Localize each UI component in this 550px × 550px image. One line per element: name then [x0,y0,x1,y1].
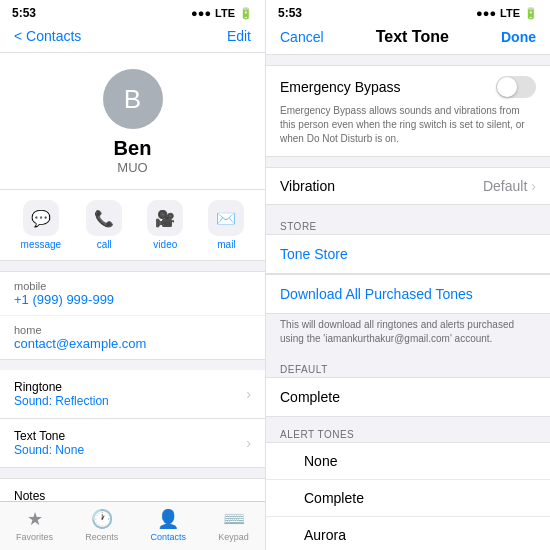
emergency-bypass-section: Emergency Bypass Emergency Bypass allows… [266,65,550,157]
page-title: Text Tone [376,28,449,46]
mobile-value[interactable]: +1 (999) 999-999 [14,292,251,307]
tab-keypad[interactable]: ⌨️ Keypad [218,508,249,542]
info-section: mobile +1 (999) 999-999 home contact@exa… [0,271,265,360]
battery-icon: 🔋 [239,7,253,20]
bypass-toggle[interactable] [496,76,536,98]
contact-name: Ben [114,137,152,160]
video-label: video [153,239,177,250]
call-label: call [97,239,112,250]
r-lte-icon: LTE [500,7,520,19]
contact-subtitle: MUO [117,160,147,175]
text-tone-label: Text Tone [14,429,84,443]
right-panel: 5:53 ●●● LTE 🔋 Cancel Text Tone Done Eme… [265,0,550,550]
mobile-row: mobile +1 (999) 999-999 [0,272,265,316]
text-tone-chevron: › [246,435,251,451]
lte-icon: LTE [215,7,235,19]
ringtone-label: Ringtone [14,380,109,394]
left-status-bar: 5:53 ●●● LTE 🔋 [0,0,265,24]
default-header: DEFAULT [266,358,550,377]
keypad-icon: ⌨️ [223,508,245,530]
mobile-label: mobile [14,280,251,292]
store-section: STORE Tone Store Download All Purchased … [266,215,550,352]
email-value[interactable]: contact@example.com [14,336,251,351]
signal-icon: ●●● [191,7,211,19]
default-section: DEFAULT Complete [266,358,550,417]
alert-none-row[interactable]: None [266,442,550,479]
ringtone-row[interactable]: Ringtone Sound: Reflection › [0,370,265,419]
ringtone-value: Sound: Reflection [14,394,109,408]
keypad-label: Keypad [218,532,249,542]
vibration-row[interactable]: Vibration Default › [266,167,550,205]
alert-section: ALERT TONES None Complete Aurora Bamboo … [266,423,550,550]
home-row: home contact@example.com [0,316,265,359]
text-tone-value: Sound: None [14,443,84,457]
tab-recents[interactable]: 🕐 Recents [85,508,118,542]
tone-store-link[interactable]: Tone Store [280,246,348,262]
message-icon: 💬 [23,200,59,236]
r-battery-icon: 🔋 [524,7,538,20]
tone-store-row[interactable]: Tone Store [266,234,550,274]
home-label: home [14,324,251,336]
tab-contacts[interactable]: 👤 Contacts [151,508,187,542]
edit-button[interactable]: Edit [227,28,251,44]
complete-tone: Complete [304,490,364,506]
left-panel: 5:53 ●●● LTE 🔋 < Contacts Edit B Ben MUO… [0,0,265,550]
tab-favorites[interactable]: ★ Favorites [16,508,53,542]
recents-label: Recents [85,532,118,542]
bypass-label: Emergency Bypass [280,79,401,95]
alert-complete-row[interactable]: Complete [266,479,550,516]
contacts-icon: 👤 [157,508,179,530]
right-status-icons: ●●● LTE 🔋 [476,7,538,20]
left-time: 5:53 [12,6,36,20]
contacts-label: Contacts [151,532,187,542]
download-description: This will download all ringtones and ale… [266,314,550,352]
avatar: B [103,69,163,129]
recents-icon: 🕐 [91,508,113,530]
call-icon: 📞 [86,200,122,236]
vibration-chevron: › [531,178,536,194]
none-tone: None [304,453,337,469]
r-signal-icon: ●●● [476,7,496,19]
back-button[interactable]: < Contacts [14,28,81,44]
favorites-icon: ★ [27,508,43,530]
video-icon: 🎥 [147,200,183,236]
toggle-knob [497,77,517,97]
download-all-link[interactable]: Download All Purchased Tones [280,286,473,302]
bypass-description: Emergency Bypass allows sounds and vibra… [280,104,536,146]
contact-header: B Ben MUO [0,53,265,190]
vibration-value: Default › [483,178,536,194]
left-nav-bar: < Contacts Edit [0,24,265,53]
download-all-row[interactable]: Download All Purchased Tones [266,274,550,314]
mail-label: mail [217,239,235,250]
cancel-button[interactable]: Cancel [280,29,324,45]
default-tone-value: Complete [280,389,340,405]
aurora-tone: Aurora [304,527,346,543]
tab-bar: ★ Favorites 🕐 Recents 👤 Contacts ⌨️ Keyp… [0,501,265,550]
alert-aurora-row[interactable]: Aurora [266,516,550,550]
bypass-row: Emergency Bypass [280,76,536,98]
mail-action[interactable]: ✉️ mail [208,200,244,250]
action-bar: 💬 message 📞 call 🎥 video ✉️ mail [0,190,265,261]
right-time: 5:53 [278,6,302,20]
video-action[interactable]: 🎥 video [147,200,183,250]
mail-icon: ✉️ [208,200,244,236]
store-header: STORE [266,215,550,234]
vibration-label: Vibration [280,178,335,194]
favorites-label: Favorites [16,532,53,542]
done-button[interactable]: Done [501,29,536,45]
text-tone-row[interactable]: Text Tone Sound: None › [0,419,265,468]
default-tone-row[interactable]: Complete [266,377,550,417]
ringtone-chevron: › [246,386,251,402]
message-action[interactable]: 💬 message [21,200,62,250]
alert-header: ALERT TONES [266,423,550,442]
right-nav-bar: Cancel Text Tone Done [266,24,550,55]
message-label: message [21,239,62,250]
left-status-icons: ●●● LTE 🔋 [191,7,253,20]
right-status-bar: 5:53 ●●● LTE 🔋 [266,0,550,24]
call-action[interactable]: 📞 call [86,200,122,250]
